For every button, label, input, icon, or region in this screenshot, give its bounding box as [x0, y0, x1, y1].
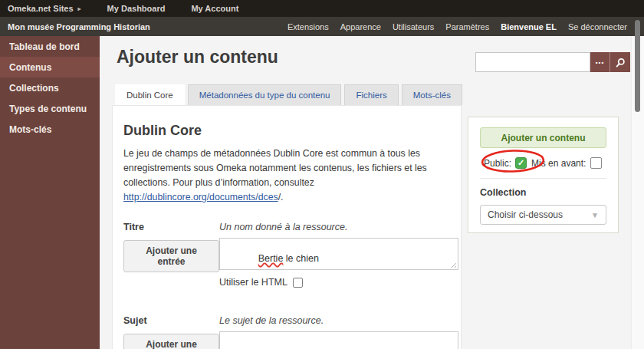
my-account-link[interactable]: My Account	[191, 4, 238, 13]
panel-description: Le jeu de champs de métadonnées Dublin C…	[123, 147, 461, 205]
search-icon	[616, 58, 626, 67]
my-dashboard-link[interactable]: My Dashboard	[107, 4, 166, 13]
titre-html-row: Utiliser le HTML	[219, 277, 458, 288]
site-title[interactable]: Mon musée Programming Historian	[8, 22, 150, 31]
caret-right-icon: ▸	[78, 5, 81, 12]
sidebar-item-collections[interactable]: Collections	[0, 77, 100, 98]
add-entry-button-sujet[interactable]: Ajouter une entrée	[123, 334, 219, 349]
tab-bar: Dublin Core Métadonnées du type du conte…	[115, 84, 465, 105]
submit-button[interactable]: Ajouter un contenu	[480, 127, 606, 148]
collection-select[interactable]: Choisir ci-dessous ▼	[480, 205, 606, 225]
welcome-user[interactable]: Bienvenue EL	[501, 22, 557, 31]
public-checkbox[interactable]: ✓	[515, 157, 527, 169]
checkmark-icon: ✓	[518, 158, 524, 167]
field-titre-description: Un nom donné à la ressource.	[219, 222, 458, 232]
search-button[interactable]	[610, 52, 630, 72]
topbar: Omeka.net Sites ▸ My Dashboard My Accoun…	[0, 0, 644, 17]
resize-handle-icon[interactable]	[449, 261, 456, 268]
sujet-textarea[interactable]	[219, 331, 458, 349]
dublin-core-panel: Dublin Core Le jeu de champs de métadonn…	[112, 105, 462, 349]
adminbar: Mon musée Programming Historian Extensio…	[0, 17, 644, 36]
sidebar-item-mots-cles[interactable]: Mots-clés	[0, 119, 100, 140]
omeka-sites-menu[interactable]: Omeka.net Sites ▸	[8, 4, 81, 13]
sidebar-item-contenus[interactable]: Contenus	[0, 57, 100, 77]
field-titre-right: Un nom donné à la ressource. Bertie le c…	[219, 222, 461, 288]
field-sujet-left: Sujet Ajouter une entrée	[123, 315, 219, 349]
titre-html-checkbox[interactable]	[293, 278, 303, 288]
scrollbar-thumb[interactable]	[635, 20, 640, 112]
field-sujet-label: Sujet	[123, 315, 219, 326]
main-content: Ajouter un contenu ••• Dublin Core Métad…	[100, 36, 644, 349]
sidebar-item-tableau-de-bord[interactable]: Tableau de bord	[0, 36, 100, 57]
featured-label: Mis en avant:	[531, 158, 586, 169]
tab-metadonnees-type[interactable]: Métadonnées du type du contenu	[188, 84, 342, 105]
tab-mots-cles[interactable]: Mots-clés	[402, 84, 462, 105]
collection-heading: Collection	[480, 187, 606, 198]
save-panel-divider	[480, 178, 606, 179]
titre-textarea[interactable]: Bertie le chien	[219, 238, 458, 270]
save-panel: Ajouter un contenu Public: ✓ Mis en avan…	[468, 117, 619, 233]
field-sujet-right: Le sujet de la ressource. Utiliser le HT…	[219, 315, 461, 349]
logout-link[interactable]: Se déconnecter	[568, 22, 627, 31]
visibility-row: Public: ✓ Mis en avant:	[480, 157, 606, 169]
tab-fichiers[interactable]: Fichiers	[344, 84, 398, 105]
nav-apparence[interactable]: Apparence	[340, 22, 381, 31]
nav-utilisateurs[interactable]: Utilisateurs	[393, 22, 434, 31]
tab-dublin-core[interactable]: Dublin Core	[115, 84, 185, 105]
add-entry-button-titre[interactable]: Ajouter une entrée	[123, 240, 219, 272]
panel-description-tail: /.	[278, 192, 284, 202]
featured-checkbox[interactable]	[590, 157, 602, 169]
field-titre-left: Titre Ajouter une entrée	[123, 222, 219, 288]
search-bar: •••	[475, 52, 630, 72]
omeka-admin-app: Omeka.net Sites ▸ My Dashboard My Accoun…	[0, 0, 644, 349]
search-input[interactable]	[475, 52, 590, 72]
dc-title-value: Bertie le chien	[258, 253, 319, 264]
chevron-down-icon: ▼	[591, 211, 599, 219]
field-titre: Titre Ajouter une entrée Un nom donné à …	[123, 222, 461, 288]
panel-description-text: Le jeu de champs de métadonnées Dublin C…	[123, 148, 427, 188]
nav-extensions[interactable]: Extensions	[288, 22, 329, 31]
nav-parametres[interactable]: Paramètres	[445, 22, 489, 31]
advanced-search-button[interactable]: •••	[590, 52, 610, 72]
sidebar-item-types-de-contenu[interactable]: Types de contenu	[0, 98, 100, 119]
ellipsis-icon: •••	[596, 59, 604, 66]
field-sujet-description: Le sujet de la ressource.	[219, 315, 458, 326]
collection-select-value: Choisir ci-dessous	[488, 209, 563, 220]
omeka-sites-label: Omeka.net Sites	[8, 4, 74, 13]
field-titre-label: Titre	[123, 222, 219, 232]
public-label: Public:	[484, 158, 511, 169]
field-sujet: Sujet Ajouter une entrée Le sujet de la …	[123, 315, 461, 349]
dublincore-link[interactable]: http://dublincore.org/documents/dces	[123, 192, 278, 202]
panel-heading: Dublin Core	[123, 123, 461, 139]
sidebar: Tableau de bord Contenus Collections Typ…	[0, 36, 100, 349]
page-title: Ajouter un contenu	[117, 47, 278, 67]
